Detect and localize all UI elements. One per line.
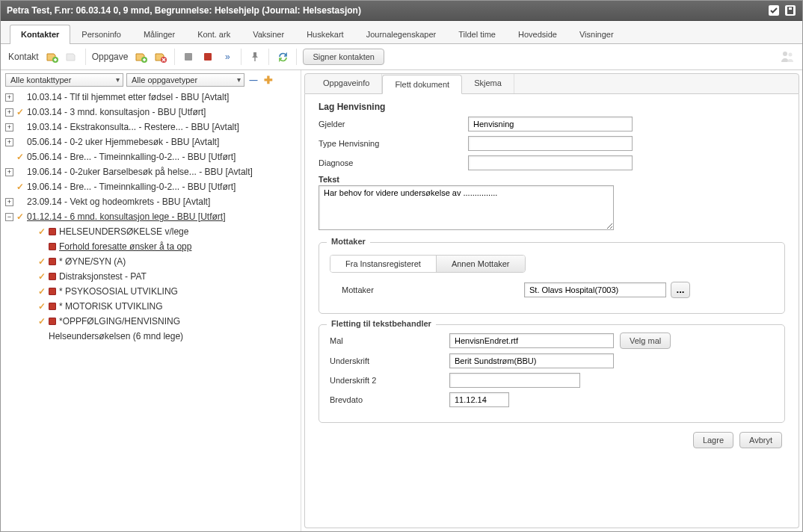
underskrift-input[interactable] — [449, 353, 614, 368]
tree-child-row[interactable]: ✓Distraksjonstest - PAT — [5, 269, 296, 284]
tree-toggle-icon[interactable]: + — [5, 198, 13, 206]
sub-tab-oppgaveinfo[interactable]: Oppgaveinfo — [311, 74, 382, 93]
tree-label[interactable]: * PSYKOSOSIAL UTVIKLING — [59, 285, 178, 297]
check-icon: ✓ — [38, 270, 47, 282]
lagre-button[interactable]: Lagre — [693, 432, 733, 448]
signer-kontakten-button[interactable]: Signer kontakten — [303, 49, 384, 65]
main-tab-kontakter[interactable]: Kontakter — [10, 25, 70, 44]
tree-label[interactable]: 05.06.14 - 0-2 uker Hjemmebesøk - BBU [A… — [27, 136, 219, 148]
tree-toggle-icon[interactable]: + — [5, 138, 13, 146]
tree-child-row[interactable]: Helseundersøkelsen (6 mnd lege) — [5, 329, 296, 344]
tree-label[interactable]: Distraksjonstest - PAT — [59, 270, 147, 282]
tree-toggle-icon[interactable]: − — [5, 213, 13, 221]
tree-child-row[interactable]: ✓* MOTORISK UTVIKLING — [5, 299, 296, 314]
new-kontakt-icon[interactable] — [45, 49, 60, 64]
tree-label[interactable]: * MOTORISK UTVIKLING — [59, 300, 162, 312]
mottaker-group: Mottaker Fra InstansregisteretAnnen Mott… — [319, 242, 785, 314]
fletting-group-title: Fletting til tekstbehandler — [327, 319, 436, 328]
collapse-icon[interactable]: — — [247, 74, 259, 86]
tree-toggle-icon[interactable]: + — [5, 123, 13, 132]
kontakttype-filter[interactable]: Alle kontakttyper — [5, 73, 123, 87]
tree-row[interactable]: +05.06.14 - 0-2 uker Hjemmebesøk - BBU [… — [5, 134, 296, 149]
refresh-icon[interactable] — [275, 49, 290, 64]
main-tab-visninger[interactable]: Visninger — [568, 25, 625, 44]
save-icon[interactable] — [784, 4, 796, 16]
main-tab-hovedside[interactable]: Hovedside — [507, 25, 568, 44]
tree-child-row[interactable]: ✓*OPPFØLGING/HENVISNING — [5, 314, 296, 329]
gjelder-input[interactable] — [468, 117, 633, 132]
main-tab-vaksiner[interactable]: Vaksiner — [241, 25, 295, 44]
underskrift2-label: Underskrift 2 — [330, 376, 449, 385]
check-icon[interactable] — [768, 4, 780, 16]
main-tab-personinfo[interactable]: Personinfo — [70, 25, 132, 44]
tree-label[interactable]: 19.06.14 - 0-2uker Barselbesøk på helse.… — [27, 166, 253, 178]
mottaker-tab-1[interactable]: Annen Mottaker — [437, 256, 525, 272]
avbryt-button[interactable]: Avbryt — [739, 432, 782, 448]
tree-row[interactable]: +✓10.03.14 - 3 mnd. konsultasjon - BBU [… — [5, 105, 296, 120]
tree-row[interactable]: −✓01.12.14 - 6 mnd. konsultasjon lege - … — [5, 209, 296, 224]
kontakt-folder-icon[interactable] — [64, 49, 79, 64]
tree-child-row[interactable]: Forhold foresatte ønsker å ta opp — [5, 239, 296, 254]
tree-child-row[interactable]: ✓HELSEUNDERSØKELSE v/lege — [5, 224, 296, 239]
diagnose-input[interactable] — [468, 155, 633, 170]
mottaker-browse-button[interactable]: ... — [671, 282, 690, 298]
tree-row[interactable]: ✓19.06.14 - Bre... - Timeinnkalling-0-2.… — [5, 179, 296, 194]
underskrift2-input[interactable] — [449, 373, 580, 388]
main-tab-tildel-time[interactable]: Tildel time — [447, 25, 507, 44]
tree-child-row[interactable]: ✓* ØYNE/SYN (A) — [5, 254, 296, 269]
bullet-icon — [49, 318, 56, 325]
tekst-textarea[interactable] — [319, 185, 614, 230]
tree-label[interactable]: 05.06.14 - Bre... - Timeinnkalling-0-2..… — [27, 151, 236, 163]
tree-label[interactable]: 10.03.14 - Tlf til hjemmet etter fødsel … — [27, 91, 229, 103]
tree-toggle-icon[interactable]: + — [5, 93, 13, 102]
tree-label[interactable]: 01.12.14 - 6 mnd. konsultasjon lege - BB… — [27, 211, 225, 223]
mottaker-input[interactable] — [524, 282, 666, 297]
delete-oppgave-icon[interactable] — [153, 49, 168, 64]
tree-label[interactable]: 23.09.14 - Vekt og hodeomkrets - BBU [Av… — [27, 196, 210, 208]
main-tab-journalegenskaper[interactable]: Journalegenskaper — [355, 25, 448, 44]
tree-label[interactable]: 19.03.14 - Ekstrakonsulta... - Restere..… — [27, 121, 239, 133]
tree-toggle-icon[interactable]: + — [5, 108, 13, 117]
gjelder-label: Gjelder — [319, 120, 468, 129]
brevdato-input[interactable] — [449, 392, 509, 407]
bullet-icon — [49, 288, 56, 295]
pin-icon[interactable] — [247, 49, 262, 64]
brevdato-label: Brevdato — [330, 395, 449, 404]
new-oppgave-icon[interactable] — [134, 49, 149, 64]
oppgavetype-filter[interactable]: Alle oppgavetyper — [126, 73, 244, 87]
tree-row[interactable]: +23.09.14 - Vekt og hodeomkrets - BBU [A… — [5, 194, 296, 209]
mal-input[interactable] — [449, 333, 614, 348]
sub-tab-skjema[interactable]: Skjema — [462, 74, 514, 93]
stop-gray-icon[interactable] — [181, 49, 196, 64]
check-icon: ✓ — [16, 211, 25, 223]
sub-tab-flett-dokument[interactable]: Flett dokument — [382, 75, 462, 94]
check-icon: ✓ — [38, 300, 47, 312]
type-henvisning-input[interactable] — [468, 136, 633, 151]
tree-label[interactable]: * ØYNE/SYN (A) — [59, 256, 126, 267]
tree-row[interactable]: +10.03.14 - Tlf til hjemmet etter fødsel… — [5, 90, 296, 105]
tree-row[interactable]: +19.03.14 - Ekstrakonsulta... - Restere.… — [5, 120, 296, 134]
left-pane: Alle kontakttyper Alle oppgavetyper — ✚ … — [1, 70, 301, 531]
tree-child-row[interactable]: ✓* PSYKOSOSIAL UTVIKLING — [5, 284, 296, 299]
fast-forward-icon[interactable]: » — [220, 49, 235, 64]
tree-row[interactable]: +19.06.14 - 0-2uker Barselbesøk på helse… — [5, 164, 296, 179]
tree-label[interactable]: *OPPFØLGING/HENVISNING — [59, 315, 180, 327]
tree-label[interactable]: 10.03.14 - 3 mnd. konsultasjon - BBU [Ut… — [27, 106, 206, 118]
tree-toggle-icon[interactable]: + — [5, 168, 13, 176]
svg-rect-3 — [789, 7, 792, 10]
tree-label[interactable]: 19.06.14 - Bre... - Timeinnkalling-0-2..… — [27, 181, 236, 193]
main-tab-m-linger[interactable]: Målinger — [132, 25, 186, 44]
user-icon[interactable] — [780, 49, 795, 64]
mottaker-tab-0[interactable]: Fra Instansregisteret — [330, 256, 437, 272]
title-bar: Petra Test, F.nr: 06.03.14 0, 9 mnd, Beg… — [1, 1, 802, 21]
expand-icon[interactable]: ✚ — [262, 74, 274, 86]
tree-label[interactable]: Helseundersøkelsen (6 mnd lege) — [49, 330, 183, 342]
stop-red-icon[interactable] — [200, 49, 215, 64]
tree-row[interactable]: ✓05.06.14 - Bre... - Timeinnkalling-0-2.… — [5, 149, 296, 164]
tree-label[interactable]: HELSEUNDERSØKELSE v/lege — [59, 226, 188, 238]
tree-label[interactable]: Forhold foresatte ønsker å ta opp — [59, 241, 191, 253]
velg-mal-button[interactable]: Velg mal — [620, 332, 671, 349]
svg-rect-9 — [255, 58, 256, 61]
main-tab-kont-ark[interactable]: Kont. ark — [186, 25, 241, 44]
main-tab-huskekart[interactable]: Huskekart — [295, 25, 355, 44]
